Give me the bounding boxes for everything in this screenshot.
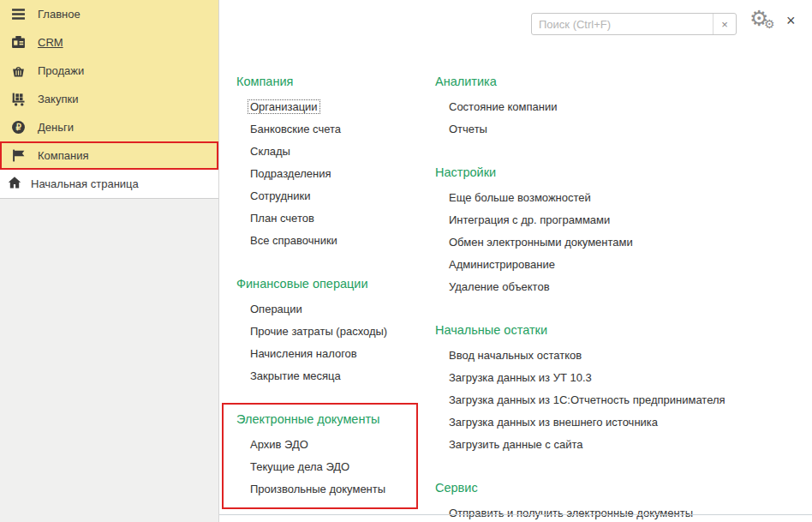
sidebar-item-main[interactable]: Главное — [0, 0, 218, 28]
menu-item[interactable]: Ввод начальных остатков — [449, 345, 807, 367]
home-icon — [8, 176, 21, 192]
sidebar-item-sales[interactable]: Продажи — [0, 57, 218, 85]
section-company: Компания Организации Банковские счета Ск… — [236, 72, 442, 252]
sidebar-sections: Главное CRM — [0, 0, 218, 170]
menu-item[interactable]: Закрытие месяца — [250, 365, 442, 387]
svg-text:₽: ₽ — [16, 123, 22, 132]
sidebar-item-purchases[interactable]: Закупки — [0, 85, 218, 113]
menu-item[interactable]: Организации — [250, 96, 442, 118]
menu-item[interactable]: Архив ЭДО — [250, 434, 416, 456]
close-button[interactable]: × — [786, 13, 796, 28]
function-menu-panel: × ⚙ ⚙ × Компания Организации Банковские … — [219, 0, 812, 522]
sidebar-item-label: Деньги — [38, 121, 74, 134]
menu-icon — [11, 7, 26, 21]
search-input[interactable] — [532, 14, 713, 34]
flag-icon — [11, 148, 26, 163]
menu-item[interactable]: Отчеты — [449, 118, 807, 141]
sidebar-item-money[interactable]: ₽ Деньги — [0, 113, 218, 141]
section-settings: Настройки Еще больше возможностей Интегр… — [435, 163, 807, 298]
section-service: Сервис Отправить и получить электронные … — [435, 478, 807, 522]
section-title: Электронные документы — [236, 410, 416, 429]
app-window: Главное CRM — [0, 0, 812, 522]
section-analytics: Аналитика Состояние компании Отчеты — [435, 72, 807, 141]
menu-item[interactable]: Состояние компании — [449, 96, 807, 118]
sidebar-item-label: CRM — [38, 36, 63, 49]
menu-item[interactable]: Удаление объектов — [449, 276, 807, 298]
menu-item[interactable]: Начисления налогов — [250, 343, 442, 365]
search-box: × — [531, 13, 737, 35]
menu-item[interactable]: Отправить и получить электронные докумен… — [449, 502, 807, 522]
menu-item[interactable]: Склады — [250, 141, 442, 163]
section-title: Начальные остатки — [435, 321, 807, 339]
settings-gear-button[interactable]: ⚙ ⚙ — [748, 7, 779, 38]
section-list: Организации Банковские счета Склады Подр… — [236, 96, 442, 252]
menu-item[interactable]: Загрузка данных из внешнего источника — [449, 411, 807, 434]
sidebar-item-label: Продажи — [38, 64, 84, 77]
section-list: Отправить и получить электронные докумен… — [435, 502, 807, 522]
menu-item-focused[interactable]: Организации — [248, 99, 320, 114]
section-sidebar: Главное CRM — [0, 0, 219, 522]
crm-icon — [11, 35, 26, 50]
window-bottom-divider — [219, 514, 812, 515]
section-list: Еще больше возможностей Интеграция с др.… — [435, 187, 807, 298]
section-title: Финансовые операции — [236, 274, 442, 293]
menu-item[interactable]: Операции — [250, 298, 442, 321]
section-list: Операции Прочие затраты (расходы) Начисл… — [236, 298, 442, 387]
section-title: Настройки — [435, 163, 807, 182]
section-list: Архив ЭДО Текущие дела ЭДО Произвольные … — [236, 434, 416, 501]
menu-item[interactable]: Банковские счета — [250, 118, 442, 141]
section-title: Компания — [236, 72, 442, 91]
section-finance: Финансовые операции Операции Прочие затр… — [236, 274, 442, 387]
menu-item[interactable]: Обмен электронными документами — [449, 231, 807, 254]
menu-item[interactable]: План счетов — [250, 207, 442, 230]
menu-item[interactable]: Администрирование — [449, 254, 807, 276]
menu-column-1: Компания Организации Банковские счета Ск… — [236, 72, 442, 522]
menu-item[interactable]: Загрузка данных из УТ 10.3 — [449, 367, 807, 389]
menu-item[interactable]: Загрузка данных из 1С:Отчетность предпри… — [449, 389, 807, 411]
sidebar-item-company[interactable]: Компания — [0, 141, 218, 170]
basket-icon — [11, 63, 26, 78]
sidebar-item-label: Закупки — [38, 93, 78, 105]
ruble-icon: ₽ — [11, 120, 26, 135]
menu-item[interactable]: Интеграция с др. программами — [449, 209, 807, 231]
menu-item[interactable]: Сотрудники — [250, 185, 442, 207]
menu-item[interactable]: Текущие дела ЭДО — [250, 456, 416, 478]
sidebar-item-label: Главное — [38, 8, 81, 21]
search-clear-button[interactable]: × — [713, 14, 736, 34]
menu-item[interactable]: Загрузить данные с сайта — [449, 434, 807, 456]
section-list: Ввод начальных остатков Загрузка данных … — [435, 345, 807, 456]
menu-column-2: Аналитика Состояние компании Отчеты Наст… — [435, 72, 807, 522]
section-edocuments-highlighted: Электронные документы Архив ЭДО Текущие … — [222, 403, 418, 509]
menu-item[interactable]: Произвольные документы — [250, 478, 416, 501]
menu-item[interactable]: Подразделения — [250, 163, 442, 185]
section-title: Аналитика — [435, 72, 807, 91]
sidebar-item-home[interactable]: Начальная страница — [0, 170, 218, 199]
sidebar-item-crm[interactable]: CRM — [0, 28, 218, 57]
sidebar-item-label: Компания — [38, 149, 89, 162]
section-opening-balances: Начальные остатки Ввод начальных остатко… — [435, 321, 807, 456]
section-list: Состояние компании Отчеты — [435, 96, 807, 141]
section-title: Сервис — [435, 478, 807, 497]
menu-item[interactable]: Все справочники — [250, 230, 442, 252]
gear-small-icon: ⚙ — [764, 18, 775, 30]
sidebar-item-label: Начальная страница — [31, 177, 139, 190]
menu-item[interactable]: Прочие затраты (расходы) — [250, 321, 442, 343]
menu-item[interactable]: Еще больше возможностей — [449, 187, 807, 209]
cart-icon — [11, 92, 26, 106]
